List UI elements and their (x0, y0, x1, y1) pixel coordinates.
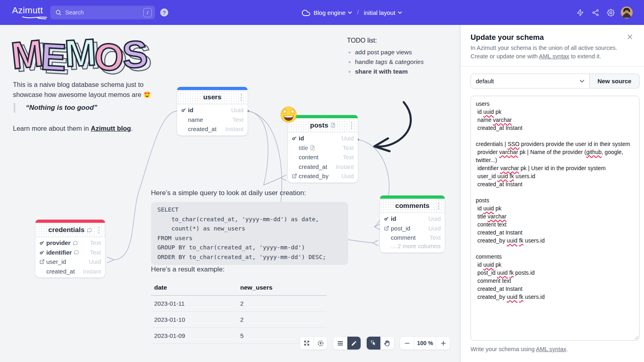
table-color-bar (288, 115, 358, 118)
cursor-sparkle-icon (370, 340, 377, 347)
kebab-menu-icon[interactable] (96, 227, 101, 233)
table-card-users[interactable]: usersidUuidnameTextcreated_atInstant (177, 87, 248, 136)
column-name: created_by (299, 173, 328, 179)
table-header[interactable]: credentials (35, 223, 105, 237)
table-header[interactable]: posts (288, 118, 358, 133)
result-heading-memo[interactable]: Here’s a result example: (151, 265, 225, 274)
column-type: Text (232, 116, 244, 123)
table-header[interactable]: comments (380, 199, 445, 213)
share-button[interactable] (588, 5, 603, 20)
sql-memo[interactable]: SELECT to_char(created_at, 'yyyy-mm-dd')… (151, 202, 348, 265)
column-row-provider[interactable]: providerText (35, 238, 105, 248)
column-row-id[interactable]: idUuid (288, 134, 358, 143)
edit-mode-button[interactable] (347, 337, 361, 350)
column-row-created_at[interactable]: created_atInstant (177, 124, 248, 134)
avatar-photo (621, 6, 633, 19)
column-row-name[interactable]: nameText (177, 115, 248, 125)
zoom-level[interactable]: 100 % (414, 337, 436, 350)
memos-word-art[interactable]: MEMOS (10, 32, 145, 76)
azimutt-blog-link[interactable]: Azimutt blog (91, 125, 131, 132)
result-cell: 2 (237, 312, 326, 328)
update-schema-panel: Update your schema ✕ In Azimutt your sch… (460, 25, 644, 362)
column-row-created_by[interactable]: created_byUuid (288, 171, 358, 181)
selected-source: default (476, 78, 494, 84)
user-avatar[interactable] (621, 6, 633, 19)
foreign-key-icon (292, 173, 297, 179)
azimutt-logo[interactable]: Azimutt (12, 5, 43, 16)
new-source-button[interactable]: New source (590, 74, 640, 88)
memo-art-letter: S (120, 32, 147, 77)
todo-title: TODO list: (347, 37, 424, 44)
primary-key-icon (38, 249, 45, 256)
hand-drawn-arrow (354, 98, 423, 179)
center-view-button[interactable] (314, 337, 327, 350)
panel-footer: Write your schema using AML syntax. (471, 346, 568, 352)
column-name: title (299, 144, 308, 151)
primary-key-icon (383, 215, 390, 222)
kebab-menu-icon[interactable] (349, 122, 354, 129)
column-name: created_at (188, 125, 217, 132)
table-header[interactable]: users (177, 90, 248, 105)
select-tool-button[interactable] (367, 337, 380, 350)
kebab-menu-icon[interactable] (238, 94, 244, 101)
result-cell: 2023-01-09 (151, 328, 237, 344)
aml-syntax-link[interactable]: AML syntax (536, 346, 566, 352)
memo-art-letter: M (8, 31, 43, 78)
chevron-down-icon (398, 11, 402, 14)
table-card-credentials[interactable]: credentialsproviderTextidentifierTextuse… (35, 220, 105, 278)
column-type: Instant (83, 268, 101, 275)
list-icon (337, 340, 344, 347)
column-row-id[interactable]: idUuid (177, 105, 248, 115)
zoom-in-button[interactable] (436, 337, 450, 350)
column-type: Uuid (89, 258, 101, 265)
column-row-comment[interactable]: commentText (380, 233, 445, 243)
foreign-key-icon (39, 259, 45, 264)
panel-title: Update your schema (471, 33, 544, 42)
table-card-posts[interactable]: postsidUuidtitleTextcontentTextcreated_a… (288, 115, 358, 183)
column-row-created_at[interactable]: created_atInstant (35, 267, 105, 276)
column-row-created_at[interactable]: created_atInstant (288, 162, 358, 172)
comment-icon (72, 240, 78, 246)
quote-memo[interactable]: “Nothing is too good” (14, 103, 97, 113)
todo-memo[interactable]: TODO list: add post page viewshandle tag… (347, 37, 424, 76)
fit-diagram-button[interactable] (300, 337, 314, 350)
aml-syntax-link[interactable]: AML syntax (539, 53, 569, 60)
table-card-comments[interactable]: commentsidUuidpost_idUuidcommentText... … (380, 195, 445, 253)
table-list-button[interactable] (333, 337, 347, 350)
column-row-identifier[interactable]: identifierText (35, 248, 105, 257)
pan-tool-button[interactable] (380, 337, 394, 350)
settings-button[interactable] (603, 5, 618, 20)
column-row-content[interactable]: contentText (288, 152, 358, 162)
table-color-bar (35, 220, 105, 223)
schema-textarea[interactable]: users id uuid pk name varchar created_at… (471, 96, 640, 341)
search-input[interactable] (65, 9, 143, 16)
column-row-title[interactable]: titleText (288, 143, 358, 153)
query-heading-memo[interactable]: Here’s a simple query to look at daily u… (151, 189, 306, 197)
result-cell: 2023-01-10 (151, 312, 237, 328)
column-row-post_id[interactable]: post_idUuid (380, 224, 445, 233)
column-type: Text (90, 249, 101, 256)
layout-dropdown[interactable]: initial layout (364, 9, 402, 16)
column-row-user_id[interactable]: user_idUuid (35, 257, 105, 267)
project-dropdown[interactable]: Blog engine (314, 9, 352, 16)
subtitle-line-1: In Azimutt your schema is the union of a… (471, 45, 617, 51)
help-icon[interactable]: ? (160, 8, 168, 16)
learn-more-memo[interactable]: Learn more about them in Azimutt blog. (13, 125, 133, 132)
result-table-memo[interactable]: datenew_users2023-01-1122023-01-1022023-… (151, 281, 326, 344)
footer-suffix: . (566, 346, 568, 352)
kebab-menu-icon[interactable] (436, 203, 441, 209)
search-box[interactable]: / (50, 6, 155, 19)
learn-suffix: . (131, 125, 133, 132)
search-icon (55, 9, 62, 16)
column-row-id[interactable]: idUuid (380, 214, 445, 224)
close-icon[interactable]: ✕ (625, 32, 635, 42)
column-name: content (299, 154, 318, 160)
zoom-out-button[interactable] (400, 337, 414, 350)
quick-actions-button[interactable] (572, 5, 588, 20)
intro-memo[interactable]: This is a naive blog database schema jus… (13, 80, 182, 99)
column-name: user_id (46, 258, 66, 265)
result-col-header: new_users (237, 281, 326, 296)
source-select[interactable]: default (471, 74, 590, 88)
more-columns[interactable]: ... 2 more columns (380, 243, 445, 251)
diagram-canvas[interactable]: MEMOS This is a naive blog database sche… (0, 25, 460, 362)
